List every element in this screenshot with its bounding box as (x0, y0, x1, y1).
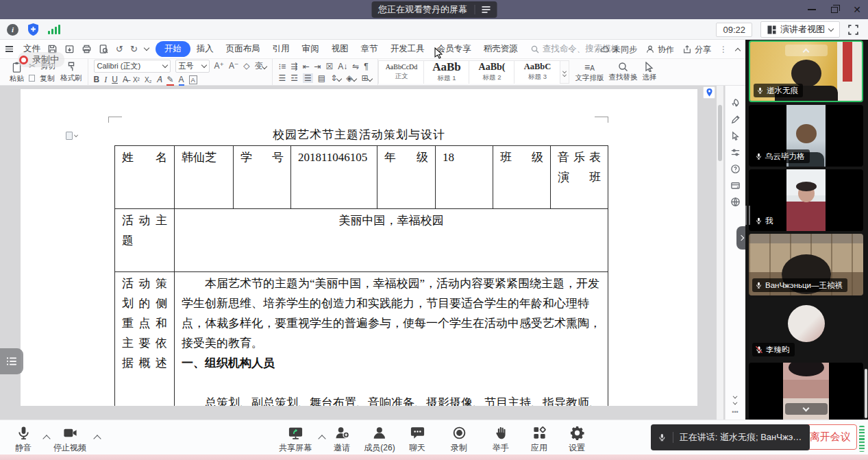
collapse-ribbon-icon[interactable] (735, 47, 741, 53)
subscript-button[interactable]: X₂ (145, 76, 152, 84)
globe-icon[interactable] (730, 197, 741, 207)
underline-button[interactable]: U (112, 75, 118, 84)
participants-scrollbar[interactable] (865, 369, 867, 418)
undo-icon[interactable]: ↺ (116, 44, 123, 54)
more-icon[interactable]: ⋮ (719, 45, 728, 54)
video-options-caret[interactable] (93, 435, 101, 442)
expand-videos-button[interactable] (785, 403, 828, 415)
bullet-list-icon[interactable]: ⁝≡ (278, 62, 286, 71)
style-heading3[interactable]: AaBbC 标题 3 (514, 61, 560, 84)
indent-icon[interactable]: ⇥ (314, 62, 321, 71)
align-left-icon[interactable]: ☰ (278, 73, 286, 83)
tab-insert[interactable]: 插入 (190, 41, 220, 57)
phonetic-guide-icon[interactable]: 变 (254, 60, 266, 72)
more-dots-icon[interactable]: ••• (732, 409, 738, 415)
watching-banner[interactable]: 您正在观看赞丹的屏幕 (371, 1, 497, 18)
raise-hand-button[interactable]: 举手 (493, 425, 509, 454)
meeting-info-icon[interactable]: i (7, 24, 18, 36)
tab-references[interactable]: 引用 (266, 41, 296, 57)
tab-home[interactable]: 开始 (156, 41, 190, 57)
participant-video[interactable]: 乌云毕力格 (749, 105, 863, 167)
share-button[interactable]: 分享 (682, 44, 711, 56)
tab-dev-tools[interactable]: 开发工具 (384, 41, 431, 57)
justify-icon[interactable]: ☰ (303, 73, 313, 83)
tab-page-layout[interactable]: 页面布局 (220, 41, 266, 57)
collaborate-button[interactable]: 协作 (645, 44, 674, 56)
mic-options-caret[interactable] (42, 435, 50, 442)
tab-view[interactable]: 视图 (325, 41, 355, 57)
tab-review[interactable]: 审阅 (296, 41, 325, 57)
decrease-font-icon[interactable]: A⁻ (229, 61, 238, 71)
participant-video[interactable]: ВанЧжэньци—王祯祺 (749, 234, 863, 295)
settings-button[interactable]: 设置 (569, 425, 585, 454)
redo-icon[interactable]: ↻ (130, 44, 138, 54)
increase-font-icon[interactable]: A⁺ (214, 61, 224, 71)
outline-panel-tab[interactable] (0, 348, 23, 374)
highlight-color-button[interactable]: ✎ (166, 75, 173, 84)
superscript-button[interactable]: X² (133, 76, 140, 84)
font-color-button[interactable]: A (179, 75, 184, 84)
preview-icon[interactable] (99, 44, 109, 54)
sync-status[interactable]: 未同步 (600, 44, 637, 56)
document-page[interactable]: 校园艺术节主题活动策划与设计 姓名 韩仙芝 学号 201811046105 年级… (21, 89, 697, 406)
tab-section[interactable]: 章节 (355, 41, 384, 57)
distribute-icon[interactable]: ▤ (318, 73, 325, 83)
sort-icon[interactable]: A↓ (338, 62, 347, 71)
strikethrough-button[interactable]: A̶ (123, 75, 128, 84)
network-signal-icon[interactable] (48, 25, 60, 34)
share-screen-button[interactable]: 共享屏幕 (279, 425, 312, 454)
document-scrollbar[interactable] (717, 86, 723, 420)
security-shield-icon[interactable] (27, 23, 40, 36)
record-button[interactable]: 录制 (451, 425, 467, 454)
members-button[interactable]: 成员(26) (364, 425, 395, 454)
line-spacing-icon[interactable]: ⇕ (330, 73, 341, 83)
mute-button[interactable]: 静音 (15, 425, 32, 454)
asian-layout-icon[interactable]: ☒ (326, 62, 334, 71)
page-down-icon[interactable] (733, 400, 738, 405)
styles-scroll-down[interactable] (563, 73, 567, 77)
stop-video-button[interactable]: 停止视频 (53, 425, 86, 454)
banner-menu-icon[interactable] (482, 6, 490, 13)
style-normal[interactable]: AaBbCcDd 正文 (379, 61, 424, 84)
outdent-icon[interactable]: ⇤ (302, 62, 309, 71)
align-center-icon[interactable]: ☲ (290, 73, 298, 83)
print-icon[interactable] (82, 44, 92, 54)
text-layout-button[interactable]: ≡A 文字排版 (575, 62, 604, 83)
paragraph-mark-icon[interactable]: ¶ (364, 62, 368, 71)
tab-docer[interactable]: 稻壳资源 (478, 41, 524, 57)
select-cursor-icon[interactable] (730, 131, 741, 141)
apps-button[interactable]: 应用 (531, 425, 547, 454)
export-icon[interactable] (64, 44, 75, 54)
text-direction-icon[interactable]: ⇋ (352, 62, 359, 71)
share-options-caret[interactable] (318, 435, 325, 442)
close-button[interactable]: ✕ (853, 5, 861, 14)
clear-format-icon[interactable]: ◇ (243, 61, 249, 71)
italic-button[interactable]: I (104, 75, 107, 85)
feedback-card-icon[interactable] (730, 180, 741, 191)
participant-video-self[interactable]: 我 (749, 169, 863, 231)
invite-button[interactable]: 邀请 (334, 425, 350, 454)
style-heading2[interactable]: AaBb( 标题 2 (469, 61, 514, 84)
collapse-videos-button[interactable] (785, 45, 828, 56)
assistant-rocket-icon[interactable] (730, 98, 741, 108)
style-heading1[interactable]: AaBb 标题 1 (424, 61, 469, 84)
bold-button[interactable]: B (94, 75, 100, 84)
sidebar-collapse-tab[interactable] (736, 226, 745, 250)
shading-icon[interactable]: ◈ (346, 73, 356, 83)
numbered-list-icon[interactable]: ⇶ (290, 62, 297, 71)
chat-button[interactable]: 聊天 (409, 425, 425, 454)
font-name-select[interactable]: Calibri (正文) (94, 60, 171, 73)
restore-button[interactable] (831, 7, 838, 13)
format-painter-button[interactable]: 格式刷 (60, 61, 82, 83)
participant-video[interactable]: 逝水无痕 (749, 40, 863, 102)
text-effects-icon[interactable]: 𝐴 (156, 75, 162, 85)
copy-button[interactable]: 复制 (29, 73, 55, 84)
font-size-select[interactable]: 五号 (175, 60, 210, 73)
fullscreen-icon[interactable] (848, 25, 858, 35)
minimize-button[interactable] (808, 9, 816, 10)
chevron-down-icon[interactable] (144, 45, 149, 51)
help-icon[interactable] (730, 164, 741, 174)
view-mode-button[interactable]: 演讲者视图 (760, 21, 840, 38)
panel-resize-handle[interactable] (745, 206, 750, 225)
participant-video[interactable] (749, 363, 863, 420)
